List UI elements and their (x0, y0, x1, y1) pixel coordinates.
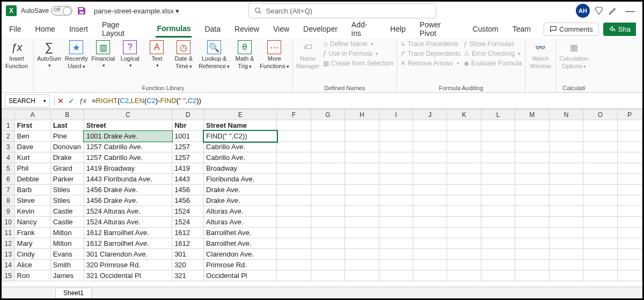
cell[interactable] (549, 185, 583, 195)
cell[interactable] (413, 163, 447, 174)
cell[interactable] (345, 206, 379, 217)
fx-icon[interactable]: ƒx (79, 97, 86, 105)
cell[interactable] (515, 174, 550, 185)
cell[interactable] (617, 260, 642, 270)
cell[interactable]: 1419 (172, 163, 204, 174)
cell[interactable] (277, 228, 311, 238)
cell[interactable] (379, 142, 413, 152)
cell[interactable] (617, 142, 642, 152)
cell[interactable] (379, 185, 413, 195)
cell[interactable] (549, 152, 583, 163)
cell[interactable] (447, 217, 481, 228)
cell[interactable] (413, 260, 447, 270)
search-input[interactable]: Search (Alt+Q) (248, 3, 436, 18)
cell[interactable] (413, 174, 447, 185)
cell[interactable] (549, 174, 583, 185)
comments-button[interactable]: Comments (544, 23, 599, 36)
insert-function-button[interactable]: ƒx Insert Function (5, 40, 28, 69)
cell[interactable] (549, 217, 583, 228)
row-header[interactable]: 13 (2, 249, 15, 260)
cell[interactable] (311, 238, 345, 249)
row-header[interactable]: 3 (2, 142, 15, 152)
cell[interactable] (549, 195, 583, 206)
cell[interactable] (481, 185, 515, 195)
cell[interactable] (617, 270, 642, 281)
cell[interactable] (515, 152, 550, 163)
cell[interactable] (379, 238, 413, 249)
cell[interactable]: 1001 (172, 131, 204, 142)
cell[interactable] (379, 120, 413, 131)
cell[interactable] (277, 174, 311, 185)
cell[interactable] (447, 260, 481, 270)
cell[interactable]: Kevin (14, 206, 50, 217)
cell[interactable] (481, 249, 515, 260)
cell[interactable]: First (14, 120, 50, 131)
cell[interactable] (447, 195, 481, 206)
cell[interactable] (583, 185, 617, 195)
cell[interactable]: Cindy (14, 249, 50, 260)
cell[interactable] (481, 260, 515, 270)
cell[interactable] (617, 249, 642, 260)
row-header[interactable]: 4 (2, 152, 15, 163)
row-header[interactable]: 11 (2, 228, 15, 238)
cell[interactable]: Cabrillo Ave. (204, 142, 277, 152)
select-all-corner[interactable] (2, 109, 15, 120)
pen-icon[interactable] (608, 6, 618, 16)
cell[interactable]: 1443 Floribunda Ave. (84, 174, 172, 185)
cell[interactable] (617, 217, 642, 228)
col-header[interactable]: G (311, 109, 345, 120)
cell[interactable]: Stiles (50, 185, 84, 195)
cell[interactable]: 320 Primrose Rd. (84, 260, 172, 270)
cell[interactable] (549, 120, 583, 131)
cell[interactable]: 1257 Cabrillo Ave. (84, 142, 172, 152)
col-header[interactable]: A (14, 109, 50, 120)
cell[interactable]: 1456 Drake Ave. (84, 185, 172, 195)
cell[interactable] (617, 174, 642, 185)
cell[interactable]: Smith (50, 260, 84, 270)
tab-team[interactable]: Team (511, 21, 532, 36)
col-header[interactable]: F (277, 109, 311, 120)
cell[interactable]: Clarendon Ave. (204, 249, 277, 260)
cell[interactable]: Kurt (14, 152, 50, 163)
financial-button[interactable]: ▥Financial▾ (91, 40, 115, 68)
cell[interactable]: Last (50, 120, 84, 131)
cell[interactable] (583, 142, 617, 152)
cell[interactable] (583, 260, 617, 270)
cell[interactable] (413, 238, 447, 249)
row-header[interactable]: 7 (2, 185, 15, 195)
cell[interactable]: 1456 (172, 185, 204, 195)
cell[interactable]: Barroilhet Ave. (204, 238, 277, 249)
cell[interactable] (311, 131, 345, 142)
cell[interactable] (481, 163, 515, 174)
cell[interactable] (345, 195, 379, 206)
diamond-icon[interactable] (594, 6, 604, 16)
row-header[interactable]: 6 (2, 174, 15, 185)
cell[interactable] (481, 174, 515, 185)
cell[interactable] (617, 163, 642, 174)
cell[interactable]: 1443 (172, 174, 204, 185)
cell[interactable]: 1612 (172, 238, 204, 249)
cell[interactable] (311, 120, 345, 131)
avatar[interactable]: AH (576, 4, 590, 18)
cell[interactable] (583, 120, 617, 131)
cell[interactable]: 1612 Barroilhet Ave. (84, 238, 172, 249)
cell[interactable]: Steve (14, 195, 50, 206)
cell[interactable] (345, 249, 379, 260)
cell[interactable] (447, 206, 481, 217)
cell[interactable]: Broadway (204, 163, 277, 174)
recently-used-button[interactable]: ★RecentlyUsed▾ (64, 40, 88, 69)
document-title[interactable]: parse-street-example.xlsx ▾ (94, 7, 179, 15)
cell[interactable] (583, 195, 617, 206)
autosum-button[interactable]: ∑AutoSum▾ (37, 40, 61, 68)
cell[interactable] (447, 120, 481, 131)
cell[interactable] (379, 249, 413, 260)
row-header[interactable]: 2 (2, 131, 15, 142)
cell[interactable] (277, 152, 311, 163)
cell[interactable] (379, 174, 413, 185)
toggle-switch[interactable]: Off (51, 6, 72, 16)
cell[interactable] (311, 163, 345, 174)
cell[interactable] (413, 270, 447, 281)
col-header[interactable]: M (515, 109, 550, 120)
cell[interactable] (379, 270, 413, 281)
col-header[interactable]: I (379, 109, 413, 120)
